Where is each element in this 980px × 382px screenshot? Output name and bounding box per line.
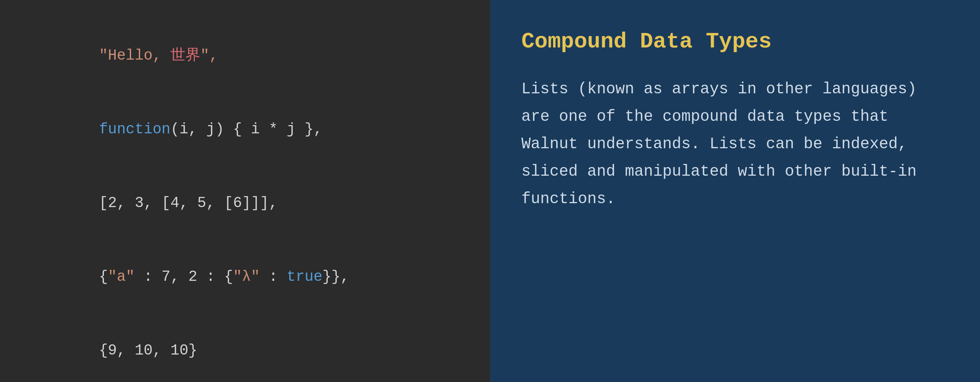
line6-lambda: "λ" bbox=[233, 268, 260, 285]
panel-title: Compound Data Types bbox=[521, 27, 949, 56]
line4-rest: (i, j) { i * j }, bbox=[171, 121, 323, 138]
panel-description: Lists (known as arrays in other language… bbox=[521, 76, 949, 213]
line6-mid1: : 7, 2 : { bbox=[135, 268, 233, 285]
code-block: alist := [ 3.14, "Hello, 世界", function(i… bbox=[27, 0, 463, 382]
code-panel: alist := [ 3.14, "Hello, 世界", function(i… bbox=[0, 0, 490, 382]
line7: {9, 10, 10} bbox=[63, 342, 197, 359]
line6-a: "a" bbox=[108, 268, 134, 285]
line6-close: }}, bbox=[323, 268, 349, 285]
line3-chinese: 世界 bbox=[171, 47, 200, 64]
line6-true: true bbox=[287, 268, 322, 285]
line6-open: { bbox=[63, 268, 108, 285]
line4-kw: function bbox=[63, 121, 171, 138]
description-panel: Compound Data Types Lists (known as arra… bbox=[490, 0, 980, 382]
line5: [2, 3, [4, 5, [6]]], bbox=[63, 195, 278, 211]
line6-mid2: : bbox=[260, 268, 287, 285]
line3-str: "Hello, bbox=[99, 47, 170, 64]
line3-indent bbox=[63, 47, 99, 64]
line3-close: ", bbox=[200, 47, 218, 64]
